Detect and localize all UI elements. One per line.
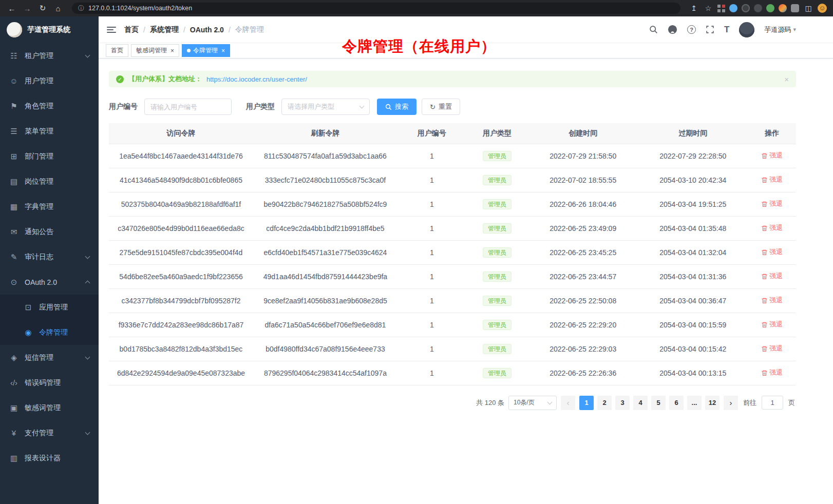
sidebar-item-post-management[interactable]: ▤岗位管理: [0, 169, 99, 194]
green-extension-icon[interactable]: [766, 4, 774, 12]
alert-close-icon[interactable]: ×: [784, 75, 789, 84]
sidebar-item-report-designer[interactable]: ▥报表设计器: [0, 445, 99, 471]
force-logout-button[interactable]: 强退: [761, 296, 783, 305]
next-page-button[interactable]: ›: [724, 396, 738, 410]
sidebar-item-audit-log[interactable]: ✎审计日志: [0, 244, 99, 269]
user-id-cell: 1: [397, 240, 466, 264]
sidebar-item-label: 部门管理: [25, 152, 53, 161]
action-cell: 强退: [748, 337, 796, 361]
user-id-cell: 1: [397, 168, 466, 192]
sidebar-item-menu-management[interactable]: ☰菜单管理: [0, 119, 99, 144]
side-panel-icon[interactable]: ◫: [803, 4, 813, 12]
tab-sensitive-word[interactable]: 敏感词管理×: [131, 44, 179, 57]
force-logout-button[interactable]: 强退: [761, 223, 783, 232]
user-type-tag: 管理员: [483, 247, 512, 258]
username-text: 芋道源码: [764, 25, 791, 34]
trash-icon: [761, 321, 768, 328]
dark-extension-icon-1[interactable]: [742, 4, 750, 12]
action-cell: 强退: [748, 240, 796, 264]
action-cell: 强退: [748, 288, 796, 313]
browser-back-icon[interactable]: ←: [6, 4, 17, 13]
more-pages-button[interactable]: ...: [687, 396, 702, 410]
goto-page-input[interactable]: [762, 396, 783, 410]
sidebar-item-tenant-management[interactable]: ☷租户管理: [0, 43, 99, 68]
table-row: c347026e805e4d99b0d116eae66eda8c cdfc4ce…: [109, 216, 796, 240]
blue-extension-icon[interactable]: [729, 4, 737, 12]
sidebar-item-sensitive-word-management[interactable]: ▣敏感词管理: [0, 395, 99, 420]
force-logout-button[interactable]: 强退: [761, 272, 783, 281]
breadcrumb-system[interactable]: 系统管理: [150, 25, 179, 34]
sidebar-item-notice-management[interactable]: ✉通知公告: [0, 219, 99, 244]
pagination: 共 120 条 10条/页 ‹ 123456...12 › 前往 页: [109, 396, 796, 410]
force-logout-button[interactable]: 强退: [761, 320, 783, 329]
doc-link[interactable]: https://doc.iocoder.cn/user-center/: [206, 75, 307, 83]
share-icon[interactable]: ↥: [689, 4, 699, 12]
tab-close-icon[interactable]: ×: [171, 47, 174, 54]
bookmark-star-icon[interactable]: ☆: [703, 4, 713, 12]
force-logout-button[interactable]: 强退: [761, 344, 783, 353]
address-bar[interactable]: ⓘ 127.0.0.1:1024/system/oauth2/token: [72, 3, 680, 14]
sidebar-item-sms-management[interactable]: ◈短信管理: [0, 345, 99, 370]
browser-reload-icon[interactable]: ↻: [37, 4, 48, 13]
sidebar-item-user-management[interactable]: ☺用户管理: [0, 68, 99, 93]
page-button-4[interactable]: 4: [633, 396, 648, 410]
user-avatar[interactable]: [739, 22, 754, 37]
user-type-placeholder: 请选择用户类型: [288, 102, 334, 111]
page-button-5[interactable]: 5: [651, 396, 666, 410]
sidebar-item-error-code-management[interactable]: ‹/›错误码管理: [0, 370, 99, 395]
browser-home-icon[interactable]: ⌂: [52, 4, 64, 13]
breadcrumb-current: 令牌管理: [235, 25, 264, 34]
page-button-6[interactable]: 6: [669, 396, 684, 410]
font-size-icon[interactable]: T: [724, 25, 729, 35]
sidebar-item-oauth2[interactable]: ⊙OAuth 2.0: [0, 269, 99, 295]
user-type-select[interactable]: 请选择用户类型: [281, 99, 370, 115]
sidebar-item-dept-management[interactable]: ⊞部门管理: [0, 144, 99, 169]
dark-extension-icon-2[interactable]: [754, 4, 762, 12]
trash-icon: [761, 152, 768, 159]
search-icon[interactable]: [649, 25, 658, 34]
sidebar-item-oauth2-application[interactable]: ⊡应用管理: [0, 295, 99, 320]
tab-token[interactable]: 令牌管理×: [182, 44, 230, 57]
tab-close-icon[interactable]: ×: [221, 47, 225, 54]
user-id-input[interactable]: [144, 99, 232, 115]
tab-home[interactable]: 首页: [106, 44, 128, 57]
browser-forward-icon[interactable]: →: [22, 4, 33, 13]
sidebar-item-oauth2-token[interactable]: ◉令牌管理: [0, 320, 99, 345]
create-time-cell: 2022-07-02 18:55:55: [528, 168, 638, 192]
trash-icon: [761, 297, 768, 304]
user-type-cell: 管理员: [466, 192, 528, 216]
force-logout-button[interactable]: 强退: [761, 151, 783, 160]
site-info-icon[interactable]: ⓘ: [78, 4, 84, 13]
help-icon[interactable]: ?: [687, 25, 696, 34]
sidebar-item-payment-management[interactable]: ¥支付管理: [0, 420, 99, 445]
page-button-1[interactable]: 1: [579, 396, 594, 410]
user-menu[interactable]: 芋道源码 ▾: [764, 25, 796, 34]
app-logo: [7, 22, 22, 37]
browser-profile-avatar[interactable]: ☺: [818, 4, 827, 13]
sidebar-item-role-management[interactable]: ⚑角色管理: [0, 93, 99, 119]
page-button-3[interactable]: 3: [615, 396, 630, 410]
collapse-menu-icon[interactable]: [107, 26, 116, 33]
breadcrumb-oauth2[interactable]: OAuth 2.0: [190, 26, 224, 34]
chevron-down-icon: [85, 354, 90, 359]
extension-grid-icon[interactable]: [717, 5, 725, 12]
breadcrumb-home[interactable]: 首页: [124, 25, 139, 34]
users-icon: ☷: [9, 51, 18, 61]
github-icon[interactable]: [668, 25, 677, 34]
force-logout-button[interactable]: 强退: [761, 199, 783, 208]
prev-page-button[interactable]: ‹: [561, 396, 575, 410]
force-logout-button[interactable]: 强退: [761, 368, 783, 377]
colorful-extension-icon[interactable]: [779, 4, 787, 12]
refresh-token-cell: 811c530487574fa0af1a59d3abc1aa66: [253, 144, 397, 168]
sidebar-item-label: 敏感词管理: [25, 403, 61, 413]
puzzle-extensions-icon[interactable]: [791, 4, 799, 12]
fullscreen-icon[interactable]: [706, 25, 714, 34]
page-size-select[interactable]: 10条/页: [508, 396, 557, 410]
search-button[interactable]: 搜索: [377, 99, 416, 115]
force-logout-button[interactable]: 强退: [761, 175, 783, 184]
reset-button[interactable]: ↻ 重置: [422, 99, 460, 115]
sidebar-item-dict-management[interactable]: ▦字典管理: [0, 194, 99, 219]
page-button-12[interactable]: 12: [705, 396, 720, 410]
force-logout-button[interactable]: 强退: [761, 247, 783, 257]
page-button-2[interactable]: 2: [597, 396, 612, 410]
